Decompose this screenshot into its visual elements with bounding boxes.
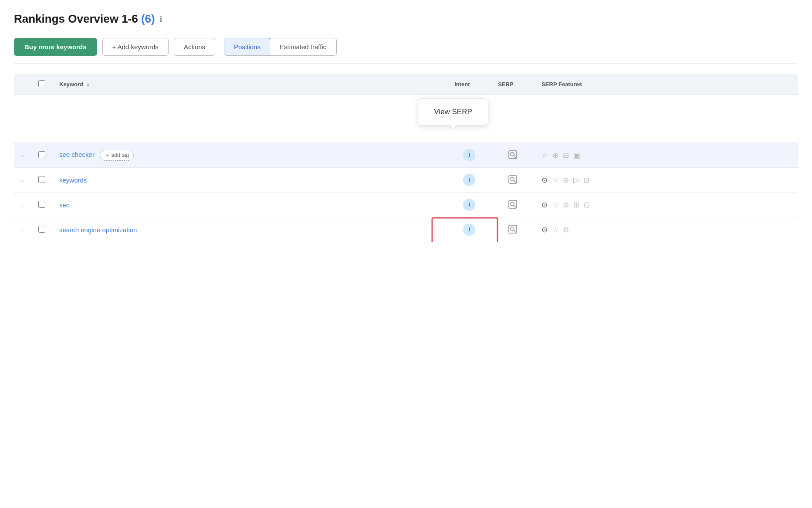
title-count: (6) xyxy=(141,12,155,25)
serp-cell xyxy=(491,217,535,242)
image-icon[interactable]: ⊞ xyxy=(573,200,579,210)
svg-point-10 xyxy=(511,227,514,230)
serp-cell xyxy=(491,168,535,193)
select-all-checkbox[interactable] xyxy=(38,80,45,87)
keyword-cell: keywords xyxy=(52,168,447,193)
checkbox-cell xyxy=(31,193,52,217)
checkbox-cell xyxy=(31,168,52,193)
featured-snippet-icon[interactable]: ☆ xyxy=(552,200,558,210)
tab-positions[interactable]: Positions xyxy=(224,38,271,56)
link-icon[interactable]: ⊕ xyxy=(563,176,569,185)
page-title: Rankings Overview 1-6 (6) xyxy=(14,12,155,26)
keyword-cell: search engine optimization xyxy=(52,217,447,242)
intent-cell: I xyxy=(447,217,491,242)
chevron-right-icon[interactable]: › xyxy=(22,227,24,233)
serp-view-icon[interactable] xyxy=(508,224,518,234)
expand-cell[interactable]: › xyxy=(14,217,31,242)
th-serp: SERP xyxy=(491,74,535,95)
serp-features-cell: ☆ ⊕ ⊟ ▣ xyxy=(535,143,798,168)
svg-line-8 xyxy=(514,205,516,207)
featured-snippet-icon[interactable]: ☆ xyxy=(541,151,548,160)
video-icon[interactable]: ▷ xyxy=(573,176,579,185)
link-icon[interactable]: ⊕ xyxy=(563,200,569,210)
toolbar: Buy more keywords + Add keywords Actions… xyxy=(14,38,798,64)
link-icon[interactable]: ⊕ xyxy=(552,151,558,160)
sort-icon[interactable]: ≡ xyxy=(87,82,89,87)
table-row: › search engine optimization I xyxy=(14,217,798,242)
title-range: 1-6 xyxy=(122,12,138,25)
th-intent: Intent xyxy=(447,74,491,95)
intent-badge[interactable]: I xyxy=(463,149,475,161)
serp-features-cell: ⊙ ☆ ⊕ ▷ ⊟ xyxy=(535,168,798,193)
keyword-cell: seo checker ＋ add tag xyxy=(52,143,447,168)
keyword-link[interactable]: seo checker xyxy=(59,151,95,158)
rankings-table: Keyword ≡ Intent SERP SERP Features View… xyxy=(14,74,798,242)
table-header-row: Keyword ≡ Intent SERP SERP Features xyxy=(14,74,798,95)
expand-cell[interactable]: › xyxy=(14,193,31,217)
keyword-link[interactable]: keywords xyxy=(59,176,87,184)
people-also-ask-icon[interactable]: ⊙ xyxy=(541,200,548,210)
svg-point-1 xyxy=(511,152,514,156)
title-text: Rankings Overview xyxy=(14,12,118,25)
intent-cell: I xyxy=(447,168,491,193)
sitelinks-icon[interactable]: ⊟ xyxy=(583,176,589,185)
chevron-right-icon[interactable]: › xyxy=(22,153,24,158)
link-icon[interactable]: ⊕ xyxy=(563,225,569,234)
intent-badge[interactable]: I xyxy=(463,199,475,211)
page-header: Rankings Overview 1-6 (6) ℹ xyxy=(14,12,798,26)
keyword-link[interactable]: search engine optimization xyxy=(59,226,137,234)
svg-line-11 xyxy=(514,230,516,232)
svg-line-2 xyxy=(514,156,516,158)
intent-badge[interactable]: I xyxy=(463,224,475,236)
checkbox-cell xyxy=(31,217,52,242)
view-serp-tooltip: View SERP xyxy=(418,98,488,125)
svg-line-5 xyxy=(514,180,516,183)
expand-cell[interactable]: › xyxy=(14,168,31,193)
keyword-cell: seo xyxy=(52,193,447,217)
sitelinks-icon[interactable]: ⊟ xyxy=(563,151,569,160)
chevron-right-icon[interactable]: › xyxy=(22,178,24,183)
people-also-ask-icon[interactable]: ⊙ xyxy=(541,176,548,185)
serp-view-icon[interactable] xyxy=(508,150,518,159)
checkbox-cell xyxy=(31,143,52,168)
buy-keywords-button[interactable]: Buy more keywords xyxy=(14,38,97,56)
tooltip-row: View SERP xyxy=(14,95,798,143)
intent-badge[interactable]: I xyxy=(463,174,475,186)
table-wrapper: Keyword ≡ Intent SERP SERP Features View… xyxy=(14,74,798,242)
featured-snippet-icon[interactable]: ☆ xyxy=(552,176,558,185)
serp-view-icon[interactable] xyxy=(508,200,518,209)
th-serp-features: SERP Features xyxy=(535,74,798,95)
th-checkbox xyxy=(31,74,52,95)
svg-point-4 xyxy=(511,177,514,181)
keyword-link[interactable]: seo xyxy=(59,201,70,209)
sitelinks-icon[interactable]: ⊟ xyxy=(584,200,590,210)
row-checkbox[interactable] xyxy=(38,176,45,183)
intent-cell: I xyxy=(447,193,491,217)
serp-view-icon[interactable] xyxy=(508,175,518,184)
serp-cell xyxy=(491,143,535,168)
serp-features-cell: ⊙ ☆ ⊕ xyxy=(535,217,798,242)
add-tag-button[interactable]: ＋ add tag xyxy=(100,150,134,161)
row-checkbox[interactable] xyxy=(38,226,45,233)
add-keywords-button[interactable]: + Add keywords xyxy=(102,38,169,56)
expand-cell[interactable]: › xyxy=(14,143,31,168)
ad-icon[interactable]: ▣ xyxy=(573,151,580,160)
table-row: › seo I xyxy=(14,193,798,217)
table-row: › seo checker ＋ add tag I xyxy=(14,143,798,168)
th-keyword: Keyword ≡ xyxy=(52,74,447,95)
serp-features-cell: ⊙ ☆ ⊕ ⊞ ⊟ xyxy=(535,193,798,217)
row-checkbox[interactable] xyxy=(38,151,45,158)
chevron-right-icon[interactable]: › xyxy=(22,203,24,208)
row-checkbox[interactable] xyxy=(38,201,45,208)
featured-snippet-icon[interactable]: ☆ xyxy=(552,225,558,234)
th-expand xyxy=(14,74,31,95)
svg-point-7 xyxy=(511,202,514,206)
view-tab-group: Positions Estimated traffic xyxy=(224,38,337,56)
table-row: › keywords I xyxy=(14,168,798,193)
actions-button[interactable]: Actions xyxy=(174,38,215,56)
info-icon[interactable]: ℹ xyxy=(159,14,162,24)
serp-cell xyxy=(491,193,535,217)
tab-estimated-traffic[interactable]: Estimated traffic xyxy=(270,38,336,55)
people-also-ask-icon[interactable]: ⊙ xyxy=(541,225,548,234)
intent-cell: I xyxy=(447,143,491,168)
